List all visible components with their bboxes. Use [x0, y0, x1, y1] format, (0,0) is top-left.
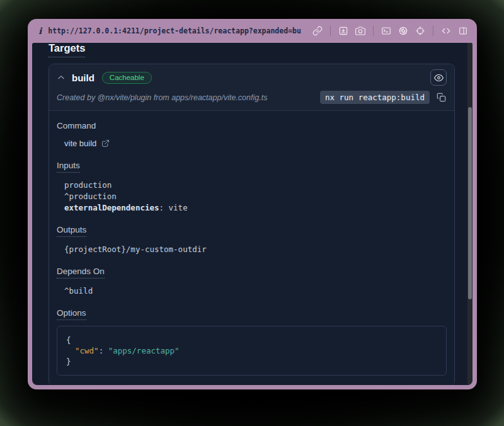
depends-on-label: Depends On	[57, 267, 105, 279]
external-link-icon[interactable]	[101, 139, 110, 148]
cacheable-badge: Cacheable	[102, 72, 152, 84]
camera-icon[interactable]	[355, 25, 366, 37]
input-key: externalDependencies	[64, 203, 159, 212]
build-target-card: build Cacheable Created by @nx/vite/plug…	[49, 64, 455, 385]
inputs-label: Inputs	[57, 161, 80, 173]
json-open-brace: {	[66, 335, 437, 345]
command-label: Command	[57, 121, 96, 130]
input-item: ^production	[64, 191, 447, 202]
scrollbar-track[interactable]	[467, 43, 472, 385]
json-close-brace: }	[66, 356, 437, 367]
depends-on-section: Depends On ^build	[57, 265, 447, 297]
outputs-section: Outputs {projectRoot}/my-custom-outdir	[57, 224, 447, 255]
json-key: "cwd"	[75, 346, 99, 355]
outputs-label: Outputs	[57, 225, 86, 237]
view-graph-button[interactable]	[430, 69, 447, 86]
depends-on-item: ^build	[64, 285, 447, 297]
inputs-section: Inputs production ^production externalDe…	[57, 159, 447, 214]
wheel-icon[interactable]	[398, 25, 409, 37]
options-section: Options { "cwd": "apps/reactapp" }	[57, 307, 447, 376]
build-target-subheader: Created by @nx/vite/plugin from apps/rea…	[49, 89, 454, 110]
chevron-up-icon[interactable]	[57, 73, 66, 82]
json-value: "apps/reactapp"	[108, 346, 180, 355]
code-icon[interactable]	[440, 25, 452, 37]
command-section: Command vite build	[57, 120, 447, 149]
input-value: : vite	[159, 203, 188, 212]
input-item: production	[64, 180, 447, 191]
toolbar-actions	[312, 25, 469, 37]
toolbar-separator	[433, 26, 433, 36]
output-item: {projectRoot}/my-custom-outdir	[64, 244, 447, 255]
desktop-backdrop: i http://127.0.0.1:4211/project-details/…	[0, 0, 504, 426]
split-view-icon[interactable]	[457, 25, 469, 37]
save-download-icon[interactable]	[338, 25, 349, 37]
json-separator: :	[99, 346, 108, 355]
scrollbar-thumb[interactable]	[468, 107, 472, 299]
json-property: "cwd": "apps/reactapp"	[66, 345, 437, 356]
crosshair-icon[interactable]	[415, 25, 426, 37]
terminal-icon[interactable]	[381, 25, 392, 37]
input-item: externalDependencies: vite	[64, 202, 447, 214]
options-label: Options	[57, 308, 86, 320]
link-icon[interactable]	[312, 25, 323, 37]
toolbar-separator	[330, 26, 331, 36]
browser-toolbar: i http://127.0.0.1:4211/project-details/…	[32, 19, 472, 43]
browser-window: i http://127.0.0.1:4211/project-details/…	[28, 19, 477, 389]
toolbar-separator	[373, 26, 374, 36]
page-title: Targets	[49, 43, 85, 57]
copy-icon[interactable]	[437, 93, 447, 103]
run-command-chip[interactable]: nx run reactapp:build	[320, 91, 430, 104]
build-target-body: Command vite build Inputs	[49, 111, 454, 385]
page-content: Targets build Cacheable Created by @nx/v…	[32, 43, 472, 385]
options-json-block: { "cwd": "apps/reactapp" }	[57, 326, 447, 376]
target-name: build	[72, 72, 94, 83]
created-by-text: Created by @nx/vite/plugin from apps/rea…	[57, 93, 267, 102]
command-value: vite build	[64, 138, 96, 149]
info-glyph: i	[37, 26, 43, 36]
build-target-header[interactable]: build Cacheable	[49, 64, 454, 89]
url-bar[interactable]: http://127.0.0.1:4211/project-details/re…	[48, 26, 302, 35]
